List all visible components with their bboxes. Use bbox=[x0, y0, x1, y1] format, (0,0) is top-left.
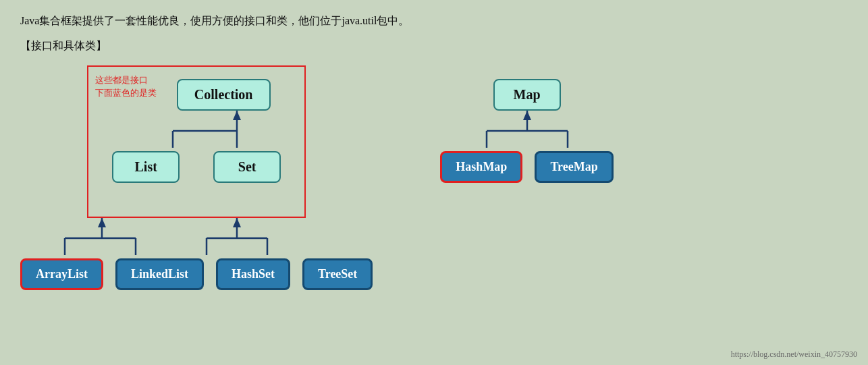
collection-node: Collection bbox=[177, 79, 271, 111]
svg-marker-19 bbox=[523, 111, 531, 120]
treeset-node: TreeSet bbox=[302, 258, 373, 290]
section-title: 【接口和具体类】 bbox=[20, 39, 848, 53]
linkedlist-node: LinkedList bbox=[115, 258, 204, 290]
left-section: 这些都是接口 下面蓝色的是类 Collection bbox=[20, 65, 373, 290]
map-leaf-row: HashMap TreeMap bbox=[440, 151, 613, 183]
hashmap-node: HashMap bbox=[440, 151, 522, 183]
collection-connector-svg bbox=[136, 111, 284, 151]
arraylist-node: ArrayList bbox=[20, 258, 103, 290]
treemap-node: TreeMap bbox=[535, 151, 613, 183]
list-set-row: List Set bbox=[109, 151, 284, 183]
svg-marker-4 bbox=[233, 111, 241, 120]
annotation: 这些都是接口 下面蓝色的是类 bbox=[95, 74, 157, 100]
map-node: Map bbox=[493, 79, 561, 111]
svg-marker-9 bbox=[98, 218, 106, 227]
leaf-connector-svg bbox=[28, 218, 365, 258]
map-connector-svg bbox=[446, 111, 608, 151]
set-node: Set bbox=[213, 151, 281, 183]
red-box: 这些都是接口 下面蓝色的是类 Collection bbox=[87, 65, 306, 218]
intro-text: Java集合框架提供了一套性能优良，使用方便的接口和类，他们位于java.uti… bbox=[20, 12, 848, 30]
hashset-node: HashSet bbox=[216, 258, 290, 290]
leaf-row: ArrayList LinkedList HashSet TreeSet bbox=[20, 258, 373, 290]
svg-marker-14 bbox=[233, 218, 241, 227]
watermark: https://blog.csdn.net/weixin_40757930 bbox=[731, 349, 857, 360]
right-section: Map HashMap TreeMap bbox=[440, 79, 613, 183]
list-node: List bbox=[112, 151, 180, 183]
